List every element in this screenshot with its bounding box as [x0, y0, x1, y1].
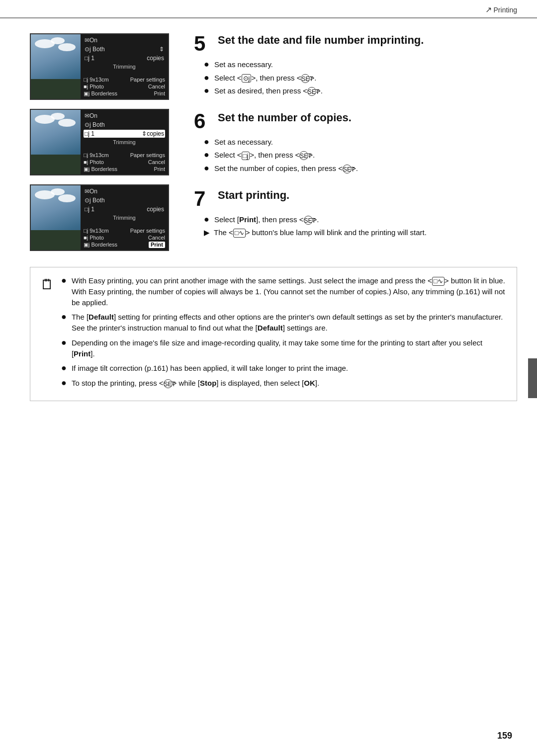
menu-bottom-row-2c: ▣j Borderless Print [84, 166, 165, 172]
step-6-number: 6 [194, 111, 212, 132]
step-5-bullet-2: ● Select <⊙j>, then press <SET>. [204, 73, 517, 84]
step-6-bullet-1-text: Set as necessary. [214, 137, 273, 147]
menu-item-copies-2: □j 1 ⇕copies [84, 130, 165, 138]
note-item-4: ● If image tilt correction (p.161) has b… [61, 363, 507, 374]
note-5-text: To stop the printing, press <SET> while … [72, 378, 507, 389]
step-5-bullet-1-text: Set as necessary. [214, 59, 273, 70]
menu-bottom-row-3b: ■j Photo Cancel [84, 235, 165, 241]
menu-item-date-3: ✉On [84, 187, 165, 195]
menu-item-date: ✉On [84, 36, 165, 44]
bullet-dot: ● [204, 59, 209, 70]
notes-header: 🗒 ● With Easy printing, you can print an… [40, 275, 507, 389]
step-5-bullet-3: ● Set as desired, then press <SET>. [204, 85, 517, 96]
step-6-bullet-2-text: Select <□j>, then press <SET>. [214, 150, 315, 160]
step-6-bullets: ● Set as necessary. ● Select <□j>, then … [194, 137, 517, 174]
step-5-bullet-2-text: Select <⊙j>, then press <SET>. [214, 73, 317, 83]
main-content: ✉On ⊙j Both ⇕ □j 1 copies Trimming □j 9x… [0, 18, 537, 262]
menu-item-both-2: ⊙j Both [84, 121, 165, 129]
notes-icon: 🗒 [40, 276, 54, 293]
header-title: Printing [494, 6, 517, 14]
step-7-section: 7 Start printing. ● Select [Print], then… [194, 188, 517, 241]
screen-menu-2: ✉On ⊙j Both □j 1 ⇕copies Trimming □j 9x1… [81, 110, 168, 174]
menu-divider-1: Trimming [84, 63, 165, 70]
note-3-text: Depending on the image's file size and i… [72, 337, 507, 359]
step-5-bullet-1: ● Set as necessary. [204, 59, 517, 70]
step-7-bullets: ● Select [Print], then press <SET>. ▶ Th… [194, 214, 517, 238]
step-7-bullet-1: ● Select [Print], then press <SET>. [204, 214, 517, 225]
step-5-bullets: ● Set as necessary. ● Select <⊙j>, then … [194, 59, 517, 96]
menu-divider-3: Trimming [84, 214, 165, 221]
menu-item-both: ⊙j Both ⇕ [84, 45, 165, 53]
menu-divider-2: Trimming [84, 139, 165, 146]
menu-bottom-row-2a: □j 9x13cm Paper settings [84, 152, 165, 158]
step-5-number: 5 [194, 33, 212, 54]
menu-bottom-row-3a: □j 9x13cm Paper settings [84, 228, 165, 234]
note-dot: ● [61, 337, 67, 348]
note-dot: ● [61, 275, 67, 286]
step-5-header: 5 Set the date and file number imprintin… [194, 33, 517, 54]
menu-bottom-row-1b: ■j Photo Cancel [84, 84, 165, 89]
step-7-bullet-1-text: Select [Print], then press <SET>. [214, 214, 319, 225]
screen-menu-3: ✉On ⊙j Both □j 1 copies Trimming □j 9x13… [81, 185, 168, 250]
menu-bottom-row-3c: ▣j Borderless Print [84, 242, 165, 248]
bullet-dot: ● [204, 85, 209, 96]
note-item-5: ● To stop the printing, press <SET> whil… [61, 378, 507, 389]
step-7-header: 7 Start printing. [194, 188, 517, 209]
step-5-title: Set the date and file number imprinting. [218, 33, 424, 47]
menu-bottom-row-2b: ■j Photo Cancel [84, 159, 165, 165]
bullet-dot: ● [204, 73, 209, 84]
menu-bottom-row-1a: □j 9x13cm Paper settings [84, 77, 165, 83]
step-6-bullet-1: ● Set as necessary. [204, 137, 517, 148]
step-5-bullet-3-text: Set as desired, then press <SET>. [214, 85, 323, 96]
sidebar-tab [528, 358, 537, 398]
notes-bullets: ● With Easy printing, you can print anot… [61, 275, 507, 389]
page-header: ↗ Printing [0, 0, 537, 18]
note-item-1: ● With Easy printing, you can print anot… [61, 275, 507, 308]
menu-item-both-3: ⊙j Both [84, 196, 165, 204]
note-2-text: The [Default] setting for printing effec… [72, 312, 507, 334]
step-6-section: 6 Set the number of copies. ● Set as nec… [194, 111, 517, 176]
step-7-title: Start printing. [218, 188, 289, 202]
note-1-text: With Easy printing, you can print anothe… [72, 275, 507, 308]
screen-menu-1: ✉On ⊙j Both ⇕ □j 1 copies Trimming □j 9x… [81, 34, 168, 99]
step-6-bullet-3-text: Set the number of copies, then press <SE… [214, 163, 358, 173]
step-7-bullet-2-text: The <□∿> button's blue lamp will blink a… [214, 227, 427, 238]
bullet-dot: ● [204, 214, 209, 225]
note-dot: ● [61, 378, 67, 389]
note-item-2: ● The [Default] setting for printing eff… [61, 312, 507, 334]
screen-image-1 [31, 34, 81, 99]
step-7-bullet-2: ▶ The <□∿> button's blue lamp will blink… [204, 227, 517, 238]
screen-image-3 [31, 185, 81, 250]
step-6-bullet-3: ● Set the number of copies, then press <… [204, 163, 517, 174]
screen-image-2 [31, 110, 81, 174]
page-number: 159 [497, 731, 512, 741]
step-7-number: 7 [194, 188, 212, 209]
bullet-dot: ● [204, 150, 209, 161]
menu-item-copies-1: □j 1 copies [84, 54, 165, 62]
printing-icon: ↗ [485, 5, 492, 14]
step-6-header: 6 Set the number of copies. [194, 111, 517, 132]
step-6-title: Set the number of copies. [218, 111, 352, 125]
steps-column: 5 Set the date and file number imprintin… [194, 33, 517, 252]
bullet-dot: ● [204, 137, 209, 148]
camera-screen-3: ✉On ⊙j Both □j 1 copies Trimming □j 9x13… [30, 184, 169, 251]
note-4-text: If image tilt correction (p.161) has bee… [72, 363, 507, 374]
note-dot: ● [61, 363, 67, 374]
notes-section: 🗒 ● With Easy printing, you can print an… [30, 267, 517, 401]
arrow-icon: ▶ [204, 227, 210, 238]
note-item-3: ● Depending on the image's file size and… [61, 337, 507, 359]
camera-screen-1: ✉On ⊙j Both ⇕ □j 1 copies Trimming □j 9x… [30, 33, 169, 100]
bullet-dot: ● [204, 163, 209, 174]
menu-item-date-2: ✉On [84, 112, 165, 120]
camera-screens-column: ✉On ⊙j Both ⇕ □j 1 copies Trimming □j 9x… [30, 33, 179, 252]
camera-screen-2: ✉On ⊙j Both □j 1 ⇕copies Trimming □j 9x1… [30, 109, 169, 175]
step-5-section: 5 Set the date and file number imprintin… [194, 33, 517, 99]
menu-item-copies-3: □j 1 copies [84, 205, 165, 213]
menu-bottom-row-1c: ▣j Borderless Print [84, 90, 165, 97]
note-dot: ● [61, 312, 67, 323]
step-6-bullet-2: ● Select <□j>, then press <SET>. [204, 150, 517, 161]
